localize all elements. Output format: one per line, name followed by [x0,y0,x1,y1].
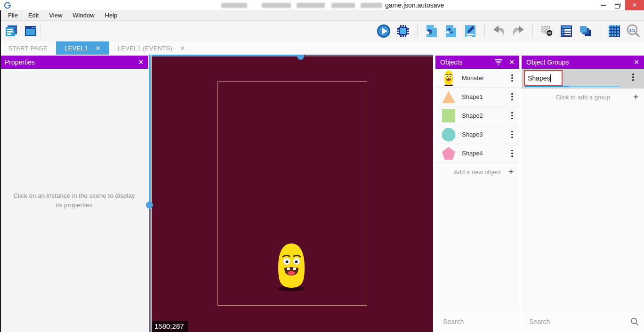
redacted-title-segment [221,3,247,8]
tab-close-icon[interactable]: ✕ [180,45,185,52]
start-page-window-icon[interactable] [23,24,38,39]
tab-level1[interactable]: LEVEL1 ✕ [56,41,109,55]
tab-level1-events[interactable]: LEVEL1 (EVENTS) ✕ [109,41,194,55]
close-button[interactable]: ✕ [625,0,644,10]
object-row-monster[interactable]: Monster [435,69,519,88]
monster-instance[interactable] [274,243,309,293]
group-name-input[interactable]: Shapes [528,74,550,82]
close-icon[interactable]: ✕ [138,58,144,66]
object-row-shape1[interactable]: Shape1 [435,88,519,106]
objects-search-row [435,311,519,332]
debug-icon[interactable] [395,24,411,39]
groups-search-row [522,311,644,332]
redacted-title-segment [361,3,382,8]
redacted-title-segment [297,3,325,8]
scene-hscrollbar-track[interactable] [152,55,300,57]
scene-vscrollbar-handle[interactable] [146,202,153,209]
groups-search-input[interactable] [522,318,625,325]
menu-edit[interactable]: Edit [23,10,44,20]
svg-text:1:1: 1:1 [629,28,635,32]
object-groups-panel-header: Object Groups ✕ [522,56,644,69]
main-area: Properties ✕ Click on an instance in the… [0,55,644,332]
objects-panel-header: Objects ✕ [435,56,519,69]
objects-panel-title: Objects [440,58,462,66]
redo-icon[interactable] [511,24,526,39]
grid-icon[interactable] [607,24,622,39]
delete-instances-icon[interactable] [539,24,555,39]
menu-help[interactable]: Help [100,10,123,20]
gdevelop-logo-icon [4,1,11,11]
scene-vscrollbar-track[interactable] [149,55,151,204]
add-group-label: Click to add a group [555,94,610,101]
properties-panel-title: Properties [5,58,35,66]
close-icon: ✕ [632,2,637,8]
close-icon[interactable]: ✕ [509,58,515,66]
scene-canvas[interactable]: 1580;287 [152,55,433,332]
pentagon-thumbnail-icon [435,146,462,161]
menu-file[interactable]: File [3,10,23,20]
monster-thumbnail-icon [435,70,462,86]
scene-vscrollbar-track[interactable] [149,209,151,332]
menu-window[interactable]: Window [67,10,99,20]
instances-list-icon[interactable] [559,24,574,39]
add-group-row[interactable]: Click to add a group + [522,89,644,105]
cursor-coordinates: 1580;287 [152,321,188,332]
restore-button[interactable] [610,0,624,10]
undo-icon[interactable] [491,24,507,39]
object-label: Monster [462,74,507,81]
tab-bar: START PAGE LEVEL1 ✕ LEVEL1 (EVENTS) ✕ [0,41,644,55]
group-edit-row[interactable]: Shapes [522,69,644,89]
properties-editor-icon[interactable] [463,24,478,39]
search-icon [625,317,644,326]
play-preview-icon[interactable] [376,24,391,39]
triangle-thumbnail-icon [435,90,462,104]
objects-panel: Objects ✕ [435,56,519,332]
gdevelop-window: game.json.autosave ✕ File Edit View Wind… [0,0,644,332]
kebab-menu-icon[interactable] [628,73,638,81]
kebab-menu-icon[interactable] [507,150,517,157]
window-left-border [0,10,1,332]
circle-thumbnail-icon [435,128,462,142]
menu-bar: File Edit View Window Help [0,10,644,21]
object-groups-editor-icon[interactable] [443,24,459,39]
kebab-menu-icon[interactable] [507,93,517,101]
object-row-shape2[interactable]: Shape2 [435,106,519,125]
object-groups-panel: Object Groups ✕ Shapes Click to add a gr… [522,56,644,332]
window-title: game.json.autosave [385,1,444,9]
properties-panel-header: Properties ✕ [0,56,148,69]
redacted-title-segment [331,3,355,8]
menu-view[interactable]: View [44,10,67,20]
plus-icon[interactable]: + [508,167,514,177]
object-label: Shape4 [462,150,507,157]
tab-close-icon[interactable]: ✕ [95,45,100,52]
objects-search-input[interactable] [435,318,528,325]
add-object-row[interactable]: Add a new object + [435,163,519,181]
object-label: Shape3 [462,131,507,138]
plus-icon[interactable]: + [633,92,638,102]
scene-hscrollbar-track[interactable] [305,55,433,57]
input-underline [525,86,620,87]
toolbar: 1:1 [0,21,644,41]
object-row-shape4[interactable]: Shape4 [435,144,519,163]
object-label: Shape1 [462,93,507,100]
kebab-menu-icon[interactable] [507,74,517,82]
minimize-button[interactable] [596,0,610,10]
text-caret [550,74,551,82]
redacted-title-segment [262,3,291,8]
objects-editor-icon[interactable] [424,24,439,39]
square-thumbnail-icon [435,109,462,122]
add-object-label: Add a new object [454,169,501,176]
zoom-1to1-icon[interactable]: 1:1 [626,24,641,39]
tab-start-page[interactable]: START PAGE [0,41,56,55]
layers-icon[interactable] [578,24,593,39]
kebab-menu-icon[interactable] [507,131,517,138]
scene-hscrollbar-handle[interactable] [297,55,304,60]
object-row-shape3[interactable]: Shape3 [435,125,519,144]
kebab-menu-icon[interactable] [507,112,517,120]
properties-panel: Properties ✕ Click on an instance in the… [0,56,148,332]
filter-icon[interactable] [495,58,502,66]
close-icon[interactable]: ✕ [634,58,639,66]
properties-empty-message: Click on an instance in the scene to dis… [9,191,139,210]
object-groups-panel-title: Object Groups [526,58,569,66]
project-manager-icon[interactable] [4,24,19,39]
